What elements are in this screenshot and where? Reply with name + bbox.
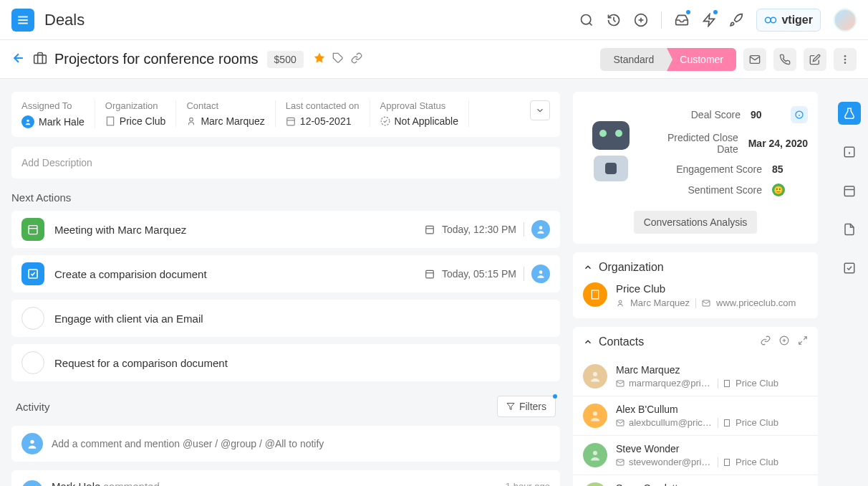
svg-point-37 (30, 440, 34, 444)
comment-input[interactable] (52, 438, 550, 449)
inbox-button[interactable] (675, 13, 689, 27)
tag-button[interactable] (332, 52, 344, 67)
favorite-button[interactable] (314, 52, 325, 67)
contact-org: Price Club (736, 417, 778, 428)
call-action-button[interactable] (773, 48, 796, 71)
deal-score-value: 90 (751, 109, 786, 120)
filter-icon (506, 402, 515, 411)
org-website[interactable]: www.priceclub.com (716, 297, 796, 308)
description-input[interactable]: Add Description (11, 147, 560, 178)
actions-list: Meeting with Marc Marquez Today, 12:30 P… (11, 211, 560, 381)
engagement-value: 85 (772, 163, 808, 175)
action-text: Request for a comparison document (54, 357, 228, 369)
rail-documents-button[interactable] (838, 218, 861, 241)
rail-insights-button[interactable] (838, 102, 861, 125)
org-avatar (583, 282, 607, 307)
info-text: Marc Marquez (201, 115, 264, 127)
contact-avatar (583, 443, 607, 467)
organization-header[interactable]: Organization (573, 252, 818, 282)
contact-row[interactable]: Alex B'Cullum alexbcullum@pricec.. Price… (573, 396, 818, 435)
bolt-button[interactable] (702, 13, 716, 27)
activity-header: Activity Filters (11, 396, 560, 417)
activity-list: Mark Hale commented 1 hour ago @LiamMaso… (11, 470, 560, 486)
svg-point-17 (844, 58, 847, 60)
add-contact-button[interactable] (779, 335, 789, 348)
organization-title: Organization (599, 261, 664, 274)
svg-point-56 (593, 411, 597, 416)
svg-rect-55 (725, 380, 730, 386)
comment-verb: commented (103, 480, 159, 486)
search-button[interactable] (579, 13, 594, 27)
comment-time: 1 hour ago (506, 481, 550, 486)
stage-standard[interactable]: Standard (600, 48, 667, 71)
rocket-button[interactable] (729, 13, 743, 27)
contact-email: alexbcullum@pricec.. (629, 417, 713, 428)
edit-action-button[interactable] (804, 48, 826, 71)
info-button[interactable] (791, 106, 808, 123)
user-icon (21, 115, 34, 128)
person-icon (616, 299, 625, 308)
subheader-actions: Standard Customer (600, 48, 857, 71)
action-item[interactable]: Create a comparision document Today, 05:… (11, 255, 560, 292)
building-icon (723, 458, 731, 467)
svg-line-51 (804, 337, 806, 340)
link-button[interactable] (351, 52, 362, 67)
document-icon (843, 223, 856, 236)
contact-row[interactable]: Marc Marquez marmarquez@price.. Price Cl… (573, 357, 818, 396)
assignee-avatar[interactable] (531, 265, 550, 283)
contact-email: stevewonder@pricec.. (629, 457, 713, 467)
contact-row[interactable]: Swan Scarlett swanscarlett@pricec.. Pric… (573, 475, 818, 486)
svg-line-4 (589, 22, 592, 25)
main-menu-button[interactable] (11, 9, 34, 32)
current-user-avatar (21, 433, 43, 454)
phone-icon (779, 54, 791, 65)
link-contact-button[interactable] (761, 335, 771, 348)
stage-customer[interactable]: Customer (667, 48, 736, 71)
expand-contacts-button[interactable] (798, 335, 808, 348)
org-name[interactable]: Price Club (616, 282, 808, 295)
contact-row[interactable]: Steve Wonder stevewonder@pricec.. Price … (573, 435, 818, 475)
info-label: Organization (105, 100, 166, 111)
action-item[interactable]: Request for a comparison document (11, 344, 560, 381)
expand-info-button[interactable] (530, 100, 550, 120)
main-content: Assigned To Mark Hale Organization Price… (0, 79, 868, 486)
action-item[interactable]: Meeting with Marc Marquez Today, 12:30 P… (11, 211, 560, 248)
building-icon (723, 419, 731, 427)
info-icon (795, 110, 804, 119)
user-avatar[interactable] (834, 9, 857, 32)
svg-point-26 (381, 117, 390, 125)
brand-badge[interactable]: vtiger (756, 9, 821, 32)
rail-calendar-button[interactable] (838, 179, 861, 202)
deal-score-label: Deal Score (646, 109, 751, 120)
svg-rect-61 (725, 459, 730, 465)
more-action-button[interactable] (834, 48, 857, 71)
organization-card: Organization Price Club Marc Marquez www… (573, 252, 818, 318)
notification-dot (686, 10, 690, 14)
bolt-icon (702, 13, 716, 27)
svg-rect-58 (725, 419, 730, 426)
predicted-close-label: Predicted Close Date (646, 132, 748, 155)
conversations-analysis-button[interactable]: Conversations Analysis (634, 211, 758, 234)
brand-icon (764, 15, 777, 25)
rail-details-button[interactable] (838, 140, 861, 163)
assignee-avatar[interactable] (531, 220, 550, 239)
contact-name: Alex B'Cullum (616, 404, 808, 415)
expand-icon (798, 335, 808, 346)
chevron-up-icon[interactable] (583, 337, 593, 347)
info-text: Not Applicable (395, 115, 459, 127)
svg-rect-24 (287, 118, 295, 125)
stage-selector[interactable]: Standard Customer (600, 48, 736, 71)
back-button[interactable] (11, 51, 26, 68)
rail-tasks-button[interactable] (838, 257, 861, 280)
filters-button[interactable]: Filters (497, 396, 556, 417)
svg-rect-43 (592, 290, 598, 299)
svg-point-3 (582, 14, 591, 24)
svg-point-23 (190, 118, 193, 121)
add-button[interactable] (634, 13, 648, 27)
action-time: Today, 05:15 PM (442, 268, 516, 280)
action-item[interactable]: Engage with client via an Email (11, 300, 560, 337)
contact-org: Price Club (736, 457, 778, 467)
email-action-button[interactable] (743, 48, 766, 71)
svg-point-9 (766, 17, 771, 23)
history-button[interactable] (607, 13, 621, 27)
